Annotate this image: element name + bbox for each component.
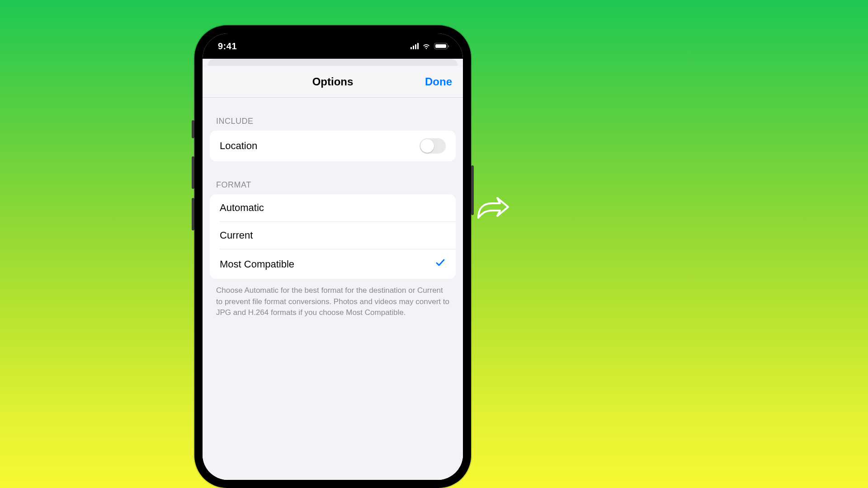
nav-bar: Options Done	[203, 66, 463, 98]
section-header-format: FORMAT	[203, 161, 463, 194]
location-row[interactable]: Location	[210, 131, 456, 161]
mute-switch	[192, 120, 194, 138]
done-button[interactable]: Done	[425, 75, 452, 88]
location-label: Location	[220, 140, 257, 152]
battery-icon	[434, 43, 448, 49]
phone-frame: 9:41 Options	[194, 25, 471, 488]
options-sheet: Options Done INCLUDE Location FORMAT	[203, 66, 463, 480]
dynamic-island	[297, 41, 368, 58]
format-option-label: Current	[220, 230, 253, 241]
content-area: Options Done INCLUDE Location FORMAT	[203, 59, 463, 480]
location-toggle[interactable]	[420, 138, 446, 154]
wifi-icon	[422, 43, 431, 50]
phone-bezel: 9:41 Options	[199, 30, 467, 483]
volume-up-button	[192, 156, 194, 189]
status-indicators	[410, 43, 448, 50]
checkmark-icon	[435, 257, 446, 271]
format-option-most-compatible[interactable]: Most Compatible	[220, 249, 456, 279]
status-time: 9:41	[218, 41, 237, 52]
format-option-automatic[interactable]: Automatic	[210, 194, 456, 221]
section-header-include: INCLUDE	[203, 98, 463, 131]
cellular-icon	[410, 43, 419, 49]
include-group: Location	[210, 131, 456, 161]
share-arrow-icon	[470, 185, 515, 232]
format-group: Automatic Current Most Compatible	[210, 194, 456, 279]
phone-screen: 9:41 Options	[203, 33, 463, 480]
format-option-label: Automatic	[220, 202, 264, 214]
format-option-current[interactable]: Current	[220, 221, 456, 249]
page-title: Options	[312, 75, 354, 88]
format-footer-text: Choose Automatic for the best format for…	[203, 279, 463, 328]
volume-down-button	[192, 198, 194, 230]
format-option-label: Most Compatible	[220, 258, 294, 270]
